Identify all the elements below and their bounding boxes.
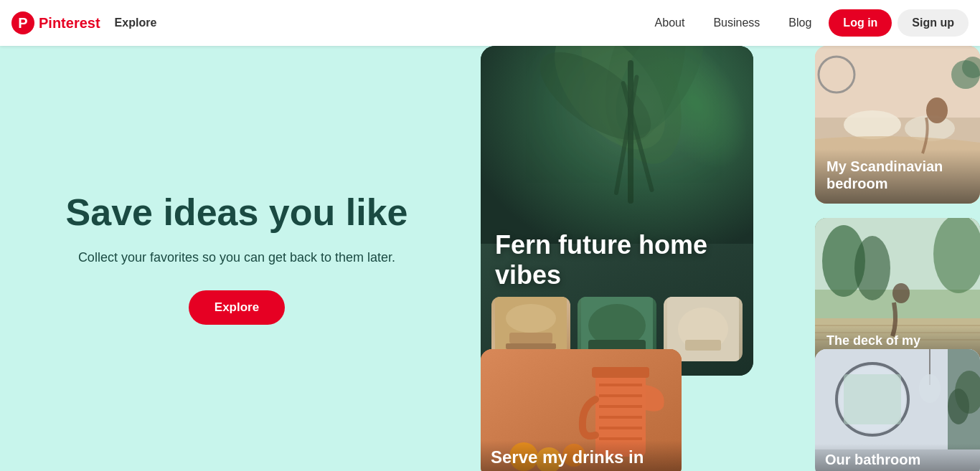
hero-cta-button[interactable]: Explore xyxy=(189,290,285,325)
svg-rect-53 xyxy=(844,374,901,424)
hero-section: Save ideas you like Collect your favorit… xyxy=(0,46,473,471)
fern-svg xyxy=(502,46,753,239)
collage-area: Fern future home vibes xyxy=(473,46,980,471)
scandinavian-overlay: My Scandinavian bedroom xyxy=(815,149,980,204)
svg-point-22 xyxy=(926,97,948,123)
scandinavian-card-title: My Scandinavian bedroom xyxy=(826,158,969,192)
header: P Pinterest Explore About Business Blog … xyxy=(0,0,980,46)
fern-card[interactable]: Fern future home vibes xyxy=(481,46,753,376)
fern-card-bg: Fern future home vibes xyxy=(481,46,753,376)
drinks-card[interactable]: Serve my drinks in xyxy=(481,349,682,471)
fern-card-title: Fern future home vibes xyxy=(495,230,739,290)
hero-title: Save ideas you like xyxy=(66,192,408,233)
svg-rect-39 xyxy=(592,367,649,378)
svg-point-58 xyxy=(948,389,969,424)
blog-link[interactable]: Blog xyxy=(777,11,823,35)
drinks-overlay: Serve my drinks in xyxy=(481,440,682,471)
explore-nav-button[interactable]: Explore xyxy=(106,11,166,35)
svg-point-29 xyxy=(854,236,890,300)
scandinavian-bedroom-card[interactable]: My Scandinavian bedroom xyxy=(815,46,980,204)
logo-wordmark: Pinterest xyxy=(39,15,100,32)
header-nav: About Business Blog Log in Sign up xyxy=(644,9,969,37)
svg-rect-10 xyxy=(509,333,552,343)
pinterest-logo-icon: P xyxy=(11,11,34,34)
logo-area: P Pinterest xyxy=(11,11,100,34)
svg-point-9 xyxy=(506,304,556,333)
svg-rect-17 xyxy=(685,340,721,351)
about-link[interactable]: About xyxy=(644,11,697,35)
signup-button[interactable]: Sign up xyxy=(897,9,969,37)
main-content: Save ideas you like Collect your favorit… xyxy=(0,46,980,471)
svg-point-35 xyxy=(892,283,910,303)
login-button[interactable]: Log in xyxy=(829,9,892,37)
svg-point-20 xyxy=(844,110,901,139)
bathroom-overlay: Our bathroom xyxy=(815,444,980,471)
drinks-card-title: Serve my drinks in xyxy=(491,447,672,468)
svg-point-55 xyxy=(919,374,941,403)
hero-subtitle: Collect your favorites so you can get ba… xyxy=(78,248,395,267)
fern-decoration xyxy=(481,46,753,244)
bathroom-card[interactable]: Our bathroom xyxy=(815,349,980,471)
svg-rect-11 xyxy=(506,343,556,349)
bathroom-card-title: Our bathroom xyxy=(825,451,970,468)
business-link[interactable]: Business xyxy=(702,11,771,35)
